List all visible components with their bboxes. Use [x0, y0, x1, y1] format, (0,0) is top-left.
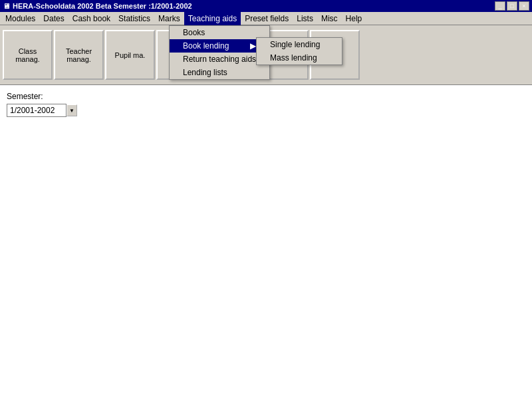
class-manag-button[interactable]: Classmanag. — [3, 30, 53, 80]
semester-select[interactable]: 1/2001-2002 — [7, 104, 66, 117]
close-button[interactable]: × — [519, 1, 529, 11]
menu-return-teaching-aids[interactable]: Return teaching aids — [170, 53, 269, 66]
menu-modules[interactable]: Modules — [1, 12, 39, 25]
app-container: 🖥 HERA-Schooldata 2002 Beta Semester :1/… — [0, 0, 532, 399]
menu-single-lending[interactable]: Single lending — [257, 38, 342, 51]
menu-lending-lists[interactable]: Lending lists — [170, 66, 269, 79]
app-icon: 🖥 — [3, 2, 10, 10]
title-bar: 🖥 HERA-Schooldata 2002 Beta Semester :1/… — [0, 0, 532, 12]
menu-presetfields[interactable]: Preset fields — [241, 12, 293, 25]
book-lending-label: Book lending — [183, 41, 229, 51]
maximize-button[interactable]: □ — [507, 1, 517, 11]
teacher-manag-button[interactable]: Teachermanag. — [54, 30, 104, 80]
teacher-manag-label: Teachermanag. — [66, 47, 92, 63]
submenu-arrow: ▶ — [250, 41, 256, 51]
menu-lists[interactable]: Lists — [293, 12, 317, 25]
menu-dates[interactable]: Dates — [39, 12, 68, 25]
semester-arrow-button[interactable]: ▼ — [66, 104, 77, 116]
teaching-aids-dropdown: Books Book lending ▶ Return teaching aid… — [169, 25, 270, 80]
pupil-ma-label: Pupil ma. — [115, 51, 146, 59]
menu-bar: Modules Dates Cash book Statistics Marks… — [0, 12, 532, 25]
semester-section: Semester: 1/2001-2002 ▼ — [7, 92, 525, 117]
minimize-button[interactable]: _ — [495, 1, 505, 11]
title-bar-text: HERA-Schooldata 2002 Beta Semester :1/20… — [13, 2, 192, 10]
menu-help[interactable]: Help — [342, 12, 366, 25]
content-area: Semester: 1/2001-2002 ▼ — [0, 85, 532, 399]
title-bar-controls: _ □ × — [495, 1, 529, 11]
semester-label: Semester: — [7, 92, 525, 101]
menu-mass-lending[interactable]: Mass lending — [257, 51, 342, 65]
menu-misc[interactable]: Misc — [317, 12, 342, 25]
menu-cashbook[interactable]: Cash book — [68, 12, 114, 25]
title-bar-left: 🖥 HERA-Schooldata 2002 Beta Semester :1/… — [3, 2, 192, 10]
pupil-ma-button[interactable]: Pupil ma. — [105, 30, 155, 80]
menu-book-lending[interactable]: Book lending ▶ — [170, 39, 269, 53]
menu-teachingaids[interactable]: Teaching aids — [184, 12, 241, 25]
menu-statistics[interactable]: Statistics — [114, 12, 154, 25]
menu-books[interactable]: Books — [170, 26, 269, 39]
menu-marks[interactable]: Marks — [154, 12, 184, 25]
semester-dropdown: 1/2001-2002 ▼ — [7, 104, 525, 117]
semester-value: 1/2001-2002 — [10, 106, 55, 115]
class-manag-label: Classmanag. — [15, 47, 40, 63]
book-lending-submenu: Single lending Mass lending — [256, 37, 342, 65]
